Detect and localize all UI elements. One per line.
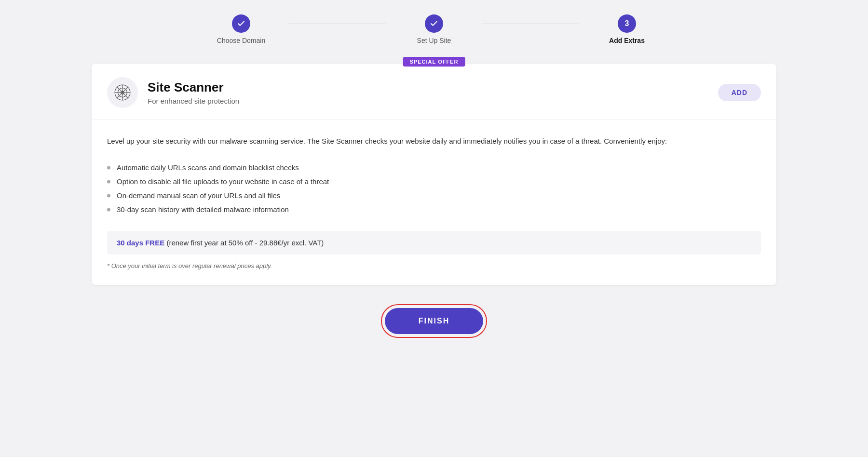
checkmark-icon [237, 19, 245, 28]
stepper: Choose Domain Set Up Site 3 Add Extras [193, 14, 675, 44]
step-3-label: Add Extras [609, 37, 645, 44]
feature-item-1: Automatic daily URLs scans and domain bl… [107, 161, 761, 175]
step-2-circle [425, 14, 443, 33]
disclaimer-text: * Once your initial term is over regular… [107, 262, 761, 269]
step-1-label: Choose Domain [217, 37, 265, 44]
promo-free-text: 30 days FREE [117, 239, 164, 247]
card-body: Level up your site security with our mal… [92, 120, 776, 285]
step-2-label: Set Up Site [417, 37, 451, 44]
step-1-circle [232, 14, 250, 33]
step-choose-domain: Choose Domain [193, 14, 289, 44]
card-title: Site Scanner [148, 80, 239, 95]
add-button[interactable]: ADD [718, 84, 761, 101]
checkmark-icon-2 [430, 19, 438, 28]
step-3-number: 3 [625, 19, 629, 28]
step-3-circle: 3 [618, 14, 636, 33]
finish-button[interactable]: FINISH [385, 308, 483, 334]
finish-button-outer: FINISH [381, 304, 487, 338]
feature-item-3: On-demand manual scan of your URLs and a… [107, 188, 761, 202]
card-subtitle: For enhanced site protection [148, 97, 239, 105]
step-connector-1 [289, 24, 386, 24]
offer-card: SPECIAL OFFER Site Scanner For enhanced … [92, 64, 776, 285]
step-set-up-site: Set Up Site [386, 14, 482, 44]
feature-item-4: 30-day scan history with detailed malwar… [107, 202, 761, 216]
feature-item-2: Option to disable all file uploads to yo… [107, 175, 761, 188]
scanner-icon-wrap [107, 77, 138, 108]
header-text: Site Scanner For enhanced site protectio… [148, 80, 239, 105]
step-connector-2 [482, 24, 579, 24]
features-list: Automatic daily URLs scans and domain bl… [107, 161, 761, 216]
description-text: Level up your site security with our mal… [107, 135, 761, 147]
special-offer-badge: SPECIAL OFFER [403, 57, 465, 67]
promo-rest-text: (renew first year at 50% off - 29.88€/yr… [164, 239, 324, 247]
promo-box: 30 days FREE (renew first year at 50% of… [107, 231, 761, 255]
card-header: Site Scanner For enhanced site protectio… [92, 64, 776, 120]
site-scanner-icon [113, 83, 132, 102]
finish-button-wrap: FINISH [381, 304, 487, 338]
step-add-extras: 3 Add Extras [579, 14, 675, 44]
